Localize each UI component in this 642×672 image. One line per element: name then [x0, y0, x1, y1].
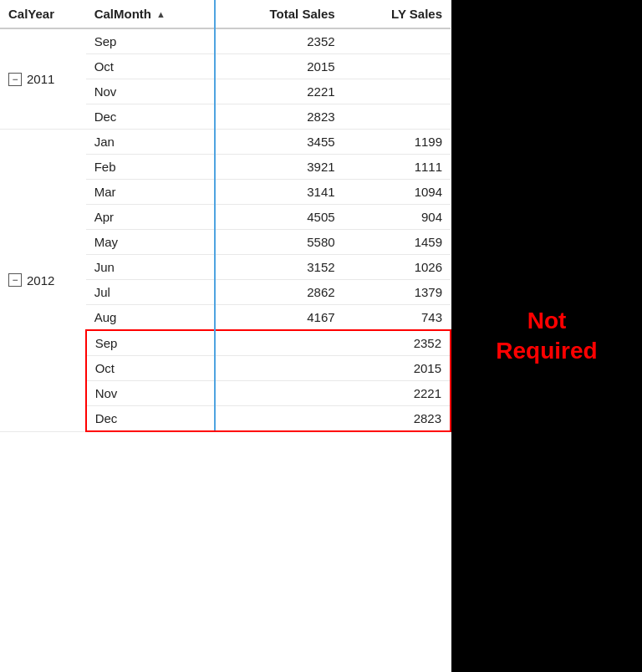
lysales-cell: 2015	[344, 356, 451, 381]
annotation-panel: Not Required	[451, 0, 642, 672]
header-calmonth: CalMonth ▲	[86, 0, 215, 28]
lysales-cell: 1094	[344, 180, 451, 205]
totalsales-cell: 2221	[215, 79, 344, 104]
month-cell: Sep	[86, 330, 215, 356]
lysales-cell	[344, 28, 451, 54]
lysales-cell: 1379	[344, 280, 451, 305]
totalsales-cell	[215, 381, 344, 406]
month-cell: Dec	[86, 406, 215, 432]
year-cell-2012: −2012	[0, 130, 86, 432]
lysales-cell: 2221	[344, 381, 451, 406]
lysales-cell: 743	[344, 305, 451, 331]
lysales-cell: 1111	[344, 155, 451, 180]
totalsales-cell: 2862	[215, 280, 344, 305]
not-required-label: Not Required	[496, 306, 597, 367]
lysales-cell: 904	[344, 205, 451, 230]
totalsales-cell: 3921	[215, 155, 344, 180]
collapse-2012-btn[interactable]: −	[8, 273, 22, 287]
header-lysales: LY Sales	[344, 0, 451, 28]
totalsales-cell: 2015	[215, 54, 344, 79]
sort-asc-icon[interactable]: ▲	[156, 9, 166, 19]
header-totalsales: Total Sales	[215, 0, 344, 28]
totalsales-cell	[215, 330, 344, 356]
month-cell: Aug	[86, 305, 215, 331]
lysales-cell: 1199	[344, 130, 451, 155]
table-row: −2011Sep2352	[0, 28, 451, 54]
year-label-2011: 2011	[27, 72, 54, 86]
totalsales-cell: 4167	[215, 305, 344, 331]
month-cell: Apr	[86, 205, 215, 230]
month-cell: May	[86, 230, 215, 255]
month-cell: Jun	[86, 255, 215, 280]
month-cell: Jul	[86, 280, 215, 305]
totalsales-cell: 2823	[215, 104, 344, 130]
totalsales-cell: 4505	[215, 205, 344, 230]
month-cell: Oct	[86, 356, 215, 381]
collapse-2011-btn[interactable]: −	[8, 73, 22, 86]
totalsales-cell: 5580	[215, 230, 344, 255]
lysales-cell: 1026	[344, 255, 451, 280]
totalsales-cell	[215, 356, 344, 381]
lysales-cell	[344, 54, 451, 79]
lysales-cell: 2823	[344, 406, 451, 432]
lysales-cell: 2352	[344, 330, 451, 356]
month-cell: Jan	[86, 130, 215, 155]
month-cell: Dec	[86, 104, 215, 130]
lysales-cell: 1459	[344, 230, 451, 255]
table-row: −2012Jan34551199	[0, 130, 451, 155]
totalsales-cell: 3152	[215, 255, 344, 280]
header-calyear: CalYear	[0, 0, 86, 28]
month-cell: Nov	[86, 79, 215, 104]
totalsales-cell: 3455	[215, 130, 344, 155]
year-cell-2011: −2011	[0, 28, 86, 130]
lysales-cell	[344, 79, 451, 104]
data-table: CalYear CalMonth ▲ Total Sales LY Sales …	[0, 0, 451, 672]
month-cell: Oct	[86, 54, 215, 79]
month-cell: Nov	[86, 381, 215, 406]
lysales-cell	[344, 104, 451, 130]
month-cell: Mar	[86, 180, 215, 205]
totalsales-cell: 3141	[215, 180, 344, 205]
table-header-row: CalYear CalMonth ▲ Total Sales LY Sales	[0, 0, 451, 28]
month-cell: Sep	[86, 28, 215, 54]
year-label-2012: 2012	[27, 273, 54, 288]
table-body: −2011Sep2352Oct2015Nov2221Dec2823−2012Ja…	[0, 28, 451, 431]
totalsales-cell	[215, 406, 344, 432]
totalsales-cell: 2352	[215, 28, 344, 54]
month-cell: Feb	[86, 155, 215, 180]
